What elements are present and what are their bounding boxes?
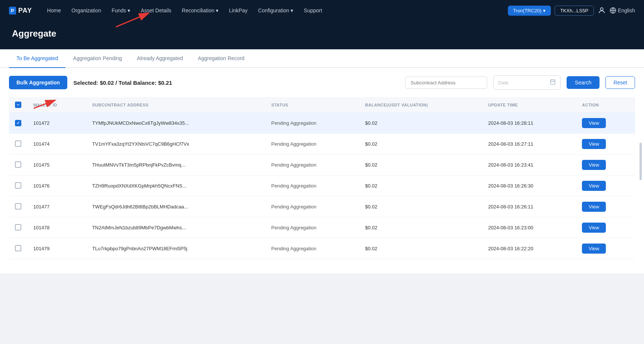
nav-configuration[interactable]: Configuration ▾ [254, 5, 298, 16]
table-row: 101479 TLu7rkpbpo79gPnbnAo27PWM18EFmi5P5… [9, 238, 635, 259]
calendar-icon [550, 79, 556, 86]
scrollbar[interactable] [640, 143, 642, 180]
status-header: STATUS [265, 97, 359, 113]
nav-asset-details[interactable]: Asset Details [136, 5, 176, 16]
nav-funds[interactable]: Funds ▾ [107, 5, 135, 16]
update-time-cell: 2024-08-03 16:22:20 [482, 238, 576, 259]
update-time-cell: 2024-08-03 16:26:11 [482, 196, 576, 217]
action-cell: View [576, 238, 635, 259]
bulk-aggregation-button[interactable]: Bulk Aggregation [9, 76, 67, 89]
nav-logo[interactable]: P PAY [9, 7, 32, 15]
balance-summary: Selected: $0.02 / Total Balance: $0.21 [73, 80, 399, 86]
network-button[interactable]: Tron(TRC20) ▾ [508, 6, 551, 16]
search-button[interactable]: Search [567, 76, 599, 89]
nav-linkpay[interactable]: LinkPay [224, 5, 252, 16]
update-time-cell: 2024-08-03 16:28:11 [482, 113, 576, 134]
view-button[interactable]: View [582, 244, 606, 254]
address-cell: TWEgFsQdr6Jdh62Bt6Bp2bBLMHDadcaa... [86, 196, 265, 217]
row-checkbox[interactable] [15, 224, 21, 230]
update-time-header: UPDATE TIME [482, 97, 576, 113]
balance-cell: $0.02 [359, 155, 482, 176]
row-checkbox[interactable] [15, 182, 21, 189]
status-cell: Pending Aggregation [265, 196, 359, 217]
update-time-cell: 2024-08-03 16:23:41 [482, 155, 576, 176]
status-cell: Pending Aggregation [265, 176, 359, 196]
table-row: 101476 TZH9RuopdXNXdXKGpMrpkh5QNcxFNS...… [9, 176, 635, 196]
address-cell: THuutMNVvTkT3m5pRPbnjFkPvZcBvmq... [86, 155, 265, 176]
row-checkbox[interactable] [15, 120, 21, 126]
wallet-id-cell: 101474 [27, 134, 86, 155]
tab-already-aggregated[interactable]: Already Aggregated [129, 49, 190, 68]
nav-support[interactable]: Support [299, 5, 326, 16]
balance-cell: $0.02 [359, 196, 482, 217]
update-time-cell: 2024-08-03 16:26:30 [482, 176, 576, 196]
date-picker[interactable]: Date [493, 75, 561, 90]
subcontract-address-header: SUBCONTRACT ADDRESS [86, 97, 265, 113]
row-checkbox-cell[interactable] [9, 134, 27, 155]
row-checkbox-cell[interactable] [9, 113, 27, 134]
action-cell: View [576, 155, 635, 176]
chevron-down-icon: ▾ [543, 8, 546, 13]
tab-aggregation-record[interactable]: Aggregation Record [190, 49, 252, 68]
status-cell: Pending Aggregation [265, 134, 359, 155]
status-cell: Pending Aggregation [265, 155, 359, 176]
row-checkbox[interactable] [15, 245, 21, 251]
update-time-cell: 2024-08-03 16:23:00 [482, 217, 576, 238]
tab-aggregation-pending[interactable]: Aggregation Pending [65, 49, 129, 68]
row-checkbox[interactable] [15, 140, 21, 147]
wallet-id-cell: 101476 [27, 176, 86, 196]
address-cell: TZH9RuopdXNXdXKGpMrpkh5QNcxFNS... [86, 176, 265, 196]
row-checkbox-cell[interactable] [9, 217, 27, 238]
table-wrapper: WALLET ID SUBCONTRACT ADDRESS STATUS BAL… [0, 97, 644, 268]
reset-button[interactable]: Reset [605, 76, 635, 89]
navbar: P PAY Home Organization Funds ▾ Asset De… [0, 0, 644, 21]
nav-right: Tron(TRC20) ▾ TKXh...LS5P English [508, 6, 635, 16]
chevron-down-icon: ▾ [216, 7, 218, 13]
view-button[interactable]: View [582, 202, 606, 212]
status-cell: Pending Aggregation [265, 238, 359, 259]
wallet-id-cell: 101475 [27, 155, 86, 176]
row-checkbox[interactable] [15, 161, 21, 168]
subcontract-address-input[interactable] [405, 77, 487, 89]
svg-rect-2 [551, 80, 555, 84]
action-cell: View [576, 176, 635, 196]
language-selector[interactable]: English [610, 7, 635, 14]
table-row: 101478 TN2AtMmJeN1bzub89MbPe7DgwbMwhs...… [9, 217, 635, 238]
wallet-id-cell: 101479 [27, 238, 86, 259]
status-cell: Pending Aggregation [265, 113, 359, 134]
toolbar: Bulk Aggregation Selected: $0.02 / Total… [0, 68, 644, 97]
view-button[interactable]: View [582, 139, 606, 149]
user-icon[interactable] [598, 6, 606, 15]
view-button[interactable]: View [582, 118, 606, 128]
nav-home[interactable]: Home [43, 5, 65, 16]
nav-items: Home Organization Funds ▾ Asset Details … [43, 5, 508, 16]
logo-text: PAY [18, 7, 32, 15]
logo-icon: P [9, 7, 16, 15]
address-cell: TN2AtMmJeN1bzub89MbPe7DgwbMwhs... [86, 217, 265, 238]
tab-to-be-aggregated[interactable]: To Be Aggregated [9, 49, 65, 68]
balance-cell: $0.02 [359, 113, 482, 134]
nav-organization[interactable]: Organization [67, 5, 105, 16]
balance-header: BALANCE(USDT VALUATION) [359, 97, 482, 113]
nav-reconciliation[interactable]: Reconciliation ▾ [177, 5, 223, 16]
view-button[interactable]: View [582, 223, 606, 233]
table-row: 101472 TYMfpJNUkMCDxNwoCx6TgJyWw834x35..… [9, 113, 635, 134]
address-cell: TLu7rkpbpo79gPnbnAo27PWM18EFmi5P5j [86, 238, 265, 259]
view-button[interactable]: View [582, 181, 606, 191]
aggregation-table: WALLET ID SUBCONTRACT ADDRESS STATUS BAL… [9, 97, 635, 259]
row-checkbox-cell[interactable] [9, 196, 27, 217]
balance-cell: $0.02 [359, 238, 482, 259]
select-all-header[interactable] [9, 97, 27, 113]
main-content: To Be Aggregated Aggregation Pending Alr… [0, 49, 644, 273]
wallet-id-cell: 101472 [27, 113, 86, 134]
row-checkbox-cell[interactable] [9, 176, 27, 196]
select-all-checkbox[interactable] [15, 102, 21, 108]
row-checkbox-cell[interactable] [9, 155, 27, 176]
wallet-button[interactable]: TKXh...LS5P [555, 6, 594, 16]
row-checkbox-cell[interactable] [9, 238, 27, 259]
table-row: 101474 TV1mYFxa3zqYt2YXNtsVC7qC9B6gHCf7V… [9, 134, 635, 155]
view-button[interactable]: View [582, 160, 606, 170]
row-checkbox[interactable] [15, 203, 21, 210]
wallet-id-cell: 101477 [27, 196, 86, 217]
wallet-id-cell: 101478 [27, 217, 86, 238]
